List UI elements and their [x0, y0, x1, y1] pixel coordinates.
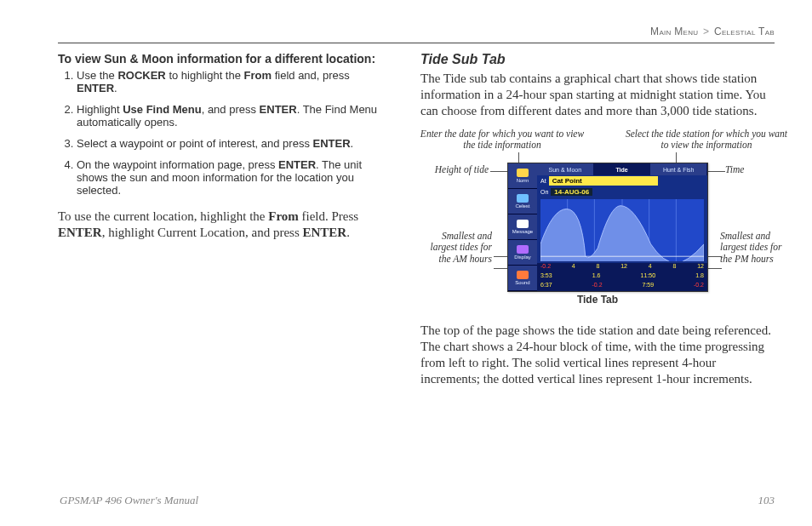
tab-tide[interactable]: Tide	[594, 163, 651, 175]
scale-row: -0.2 4 8 12 4 8 12	[537, 263, 707, 272]
nav-icon	[517, 220, 529, 228]
figure-caption: Tide Tab	[420, 294, 775, 306]
left-column: To view Sun & Moon information for a dif…	[58, 52, 390, 395]
procedure-heading: To view Sun & Moon information for a dif…	[58, 52, 390, 66]
tide-area-icon	[540, 199, 704, 261]
nav-icon	[517, 169, 529, 177]
nav-icon	[517, 245, 529, 254]
ann-am: Smallest and largest tides for the AM ho…	[420, 231, 492, 265]
device-sidebar: Norm Celest Message Display Sound	[508, 163, 537, 291]
device-screenshot: Norm Celest Message Display Sound Sun & …	[507, 163, 708, 292]
station-field[interactable]: Cat Point	[549, 176, 658, 186]
breadcrumb-sep: >	[703, 26, 709, 37]
device-layout: Norm Celest Message Display Sound Sun & …	[508, 163, 707, 291]
step-1: Use the ROCKER to highlight the From fie…	[77, 69, 390, 94]
step-4: On the waypoint information page, press …	[77, 158, 390, 197]
ann-height: Height of tide	[420, 164, 489, 175]
page: Main Menu > Celestial Tab To view Sun & …	[0, 0, 812, 526]
procedure-steps: Use the ROCKER to highlight the From fie…	[58, 69, 390, 197]
ann-top-left: Enter the date for which you want to vie…	[417, 129, 587, 151]
page-number: 103	[758, 494, 775, 507]
device-tabs: Sun & Moon Tide Hunt & Fish	[537, 163, 707, 175]
station-row: At Cat Point	[537, 175, 707, 186]
tab-sun-moon[interactable]: Sun & Moon	[537, 163, 594, 175]
extremes-row-1: 3:53 1.6 11:50 1.8	[537, 272, 707, 282]
nav-icon	[517, 194, 529, 203]
device-main: Sun & Moon Tide Hunt & Fish At Cat Point…	[537, 163, 707, 291]
ann-top-right: Select the tide station for which you wa…	[621, 129, 792, 151]
ann-pm: Smallest and largest tides for the PM ho…	[720, 231, 792, 265]
subsection-title: Tide Sub Tab	[420, 52, 775, 67]
date-field[interactable]: 14-AUG-06	[551, 188, 592, 196]
nav-icon	[517, 271, 529, 279]
sidebar-item[interactable]: Sound	[508, 266, 537, 291]
footer: GPSMAP 496 Owner's Manual 103	[60, 494, 775, 507]
manual-title: GPSMAP 496 Owner's Manual	[60, 494, 198, 507]
ann-time: Time	[725, 164, 780, 175]
left-body: To use the current location, highlight t…	[58, 209, 390, 241]
extremes-row-2: 6:37 -0.2 7:59 -0.2	[537, 282, 707, 291]
sidebar-item[interactable]: Norm	[508, 163, 537, 189]
sidebar-item[interactable]: Display	[508, 240, 537, 266]
breadcrumb-sub: Celestial Tab	[714, 26, 775, 37]
step-2: Highlight Use Find Menu, and press ENTER…	[77, 103, 390, 129]
right-column: Tide Sub Tab The Tide sub tab contains a…	[420, 52, 775, 395]
tide-chart	[540, 199, 704, 261]
intro-para: The Tide sub tab contains a graphical ch…	[420, 71, 775, 118]
sidebar-item[interactable]: Message	[508, 214, 537, 240]
tab-hunt-fish[interactable]: Hunt & Fish	[650, 163, 707, 175]
step-3: Select a waypoint or point of interest, …	[77, 137, 390, 150]
at-label: At	[540, 178, 546, 184]
on-label: On	[540, 189, 548, 195]
divider	[58, 43, 775, 43]
figure-tide-tab: Enter the date for which you want to vie…	[420, 129, 775, 316]
breadcrumb: Main Menu > Celestial Tab	[58, 26, 775, 37]
para-2: The top of the page shows the tide stati…	[420, 323, 775, 386]
content-columns: To view Sun & Moon information for a dif…	[58, 52, 775, 395]
breadcrumb-main: Main Menu	[650, 26, 698, 37]
sidebar-item[interactable]: Celest	[508, 189, 537, 214]
date-row: On 14-AUG-06	[537, 186, 707, 197]
